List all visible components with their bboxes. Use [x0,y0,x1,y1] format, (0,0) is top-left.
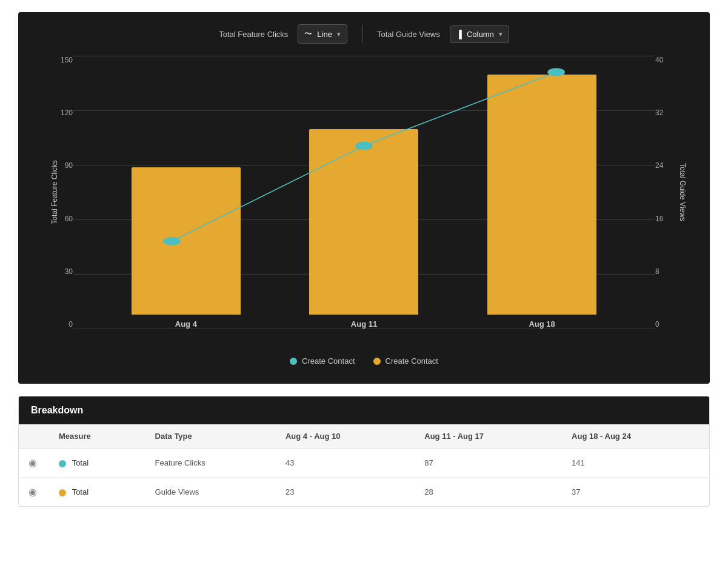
column-chart-icon: ▐ [456,30,462,39]
y-tick-right-0: 40 [655,56,663,64]
chart-area: Total Feature Clicks 150 120 90 60 30 0 [36,56,692,347]
y-tick-left-4: 30 [65,267,73,276]
chevron-down-icon: ▾ [337,30,341,38]
y-tick-left-0: 150 [61,56,73,64]
bar-aug11 [309,129,418,315]
y-tick-right-1: 32 [655,109,663,117]
bar-label-aug4: Aug 4 [175,319,197,329]
y-tick-right-5: 0 [655,320,660,329]
col-header-aug11: Aug 11 - Aug 17 [415,424,562,449]
y-tick-left-1: 120 [61,109,73,117]
chart-controls: Total Feature Clicks 〜 Line ▾ Total Guid… [36,24,692,44]
col-header-aug4: Aug 4 - Aug 10 [276,424,415,449]
row-0-aug4: 43 [276,449,415,478]
row-1-measure: Total [49,478,145,507]
y-axis-right-label: Total Guide Views [678,163,687,221]
breakdown-container: Breakdown Measure Data Type Aug 4 - Aug … [18,396,710,507]
total-guide-views-label: Total Guide Views [377,30,440,39]
table-row: ◉ Total Guide Views 23 28 37 [19,478,709,507]
bar-group-aug18: Aug 18 [487,75,596,329]
row-0-aug11: 87 [415,449,562,478]
divider [362,25,362,43]
row-1-eye-cell: ◉ [19,478,49,507]
row-1-aug18: 37 [562,478,709,507]
row-0-measure: Total [49,449,145,478]
column-dropdown-label: Column [467,30,494,39]
y-axis-right: 40 32 24 16 8 0 [649,56,673,347]
table-row: ◉ Total Feature Clicks 43 87 141 [19,449,709,478]
col-header-datatype: Data Type [145,424,276,449]
col-header-measure: Measure [49,424,145,449]
legend-item-0: Create Contact [290,356,355,366]
breakdown-table: Measure Data Type Aug 4 - Aug 10 Aug 11 … [19,424,709,506]
bar-label-aug11: Aug 11 [351,319,377,329]
legend-label-1: Create Contact [386,356,438,366]
row-0-eye-cell: ◉ [19,449,49,478]
bar-label-aug18: Aug 18 [529,319,555,329]
grid-line-5 [73,329,655,329]
row-dot-1 [59,489,66,496]
chevron-down-icon-2: ▾ [499,30,503,38]
bar-aug18 [487,75,596,315]
chart-container: Total Feature Clicks 〜 Line ▾ Total Guid… [18,12,710,384]
row-1-aug11: 28 [415,478,562,507]
breakdown-title: Breakdown [31,405,83,415]
breakdown-header: Breakdown [19,396,709,424]
eye-icon-0[interactable]: ◉ [28,458,37,468]
eye-icon-1[interactable]: ◉ [28,487,37,497]
row-1-datatype: Guide Views [145,478,276,507]
chart-plot: Aug 4 Aug 11 Aug 18 [73,56,655,347]
y-tick-left-2: 90 [65,161,73,170]
line-chart-icon: 〜 [304,28,312,39]
legend-dot-0 [290,358,297,365]
legend-item-1: Create Contact [373,356,438,366]
y-tick-right-4: 8 [655,267,660,276]
line-dropdown-label: Line [317,30,332,39]
bar-group-aug4: Aug 4 [132,167,241,329]
y-tick-left-3: 60 [65,215,73,223]
row-dot-0 [59,460,66,467]
row-0-aug18: 141 [562,449,709,478]
col-header-icon [19,424,49,449]
total-feature-clicks-label: Total Feature Clicks [219,30,288,39]
y-tick-right-3: 16 [655,215,663,223]
y-tick-right-2: 24 [655,161,663,170]
chart-legend: Create Contact Create Contact [36,356,692,366]
row-0-datatype: Feature Clicks [145,449,276,478]
row-1-aug4: 23 [276,478,415,507]
row-1-measure-label: Total [72,487,88,496]
y-tick-left-5: 0 [68,320,73,329]
row-0-measure-label: Total [72,458,88,467]
line-dropdown[interactable]: 〜 Line ▾ [298,24,347,44]
col-header-aug18: Aug 18 - Aug 24 [562,424,709,449]
bar-aug4 [132,167,241,315]
legend-dot-1 [373,358,381,365]
bar-group-aug11: Aug 11 [309,129,418,329]
legend-label-0: Create Contact [302,356,355,366]
table-header-row: Measure Data Type Aug 4 - Aug 10 Aug 11 … [19,424,709,449]
bars-area: Aug 4 Aug 11 Aug 18 [73,56,655,329]
column-dropdown[interactable]: ▐ Column ▾ [450,25,509,43]
